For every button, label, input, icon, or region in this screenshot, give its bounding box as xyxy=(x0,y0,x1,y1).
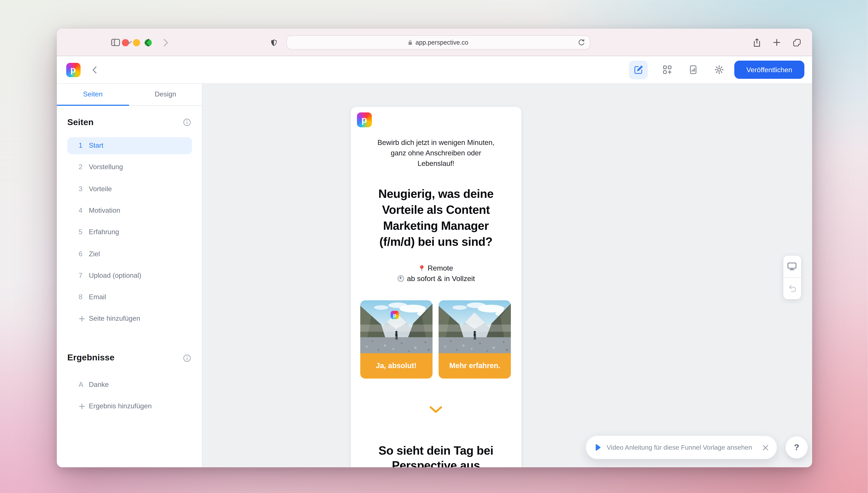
page-label: Start xyxy=(89,142,103,149)
cta-row: p Ja, absolut! xyxy=(360,300,511,379)
cta-button[interactable]: Ja, absolut! xyxy=(360,353,432,379)
pages-info-icon[interactable] xyxy=(183,119,191,126)
sidebar-toggle-icon[interactable] xyxy=(110,29,121,56)
publish-button[interactable]: Veröffentlichen xyxy=(734,61,804,79)
results-heading: Ergebnisse xyxy=(67,353,115,363)
share-icon[interactable] xyxy=(752,29,762,56)
browser-toolbar: app.perspective.co xyxy=(57,29,812,56)
sidebar-page-row[interactable]: 2 Vorstellung xyxy=(67,159,192,176)
tab-overview-icon[interactable] xyxy=(792,29,802,56)
schedule-text: ab sofort & in Vollzeit xyxy=(407,274,475,282)
funnel-preview-card[interactable]: p Bewirb dich jetzt in wenigen Minuten, … xyxy=(351,107,521,467)
page-label: Email xyxy=(89,293,106,301)
page-label: Vorstellung xyxy=(89,163,123,171)
sidebar-tabs: Seiten Design xyxy=(57,84,202,106)
integrations-button[interactable] xyxy=(658,60,677,79)
page-number: 4 xyxy=(79,207,89,214)
perspective-logo[interactable]: p xyxy=(66,63,80,77)
plus-icon xyxy=(79,316,89,322)
header-back-button[interactable] xyxy=(92,56,97,84)
notification-message: Video Anleitung für diese Funnel Vorlage… xyxy=(607,444,756,451)
mountain-photo xyxy=(439,300,511,353)
plus-icon xyxy=(79,403,89,409)
page-label: Ziel xyxy=(89,250,100,258)
sidebar-page-row[interactable]: 1 Start xyxy=(67,137,192,154)
back-button-icon[interactable] xyxy=(143,29,152,56)
add-result-label: Ergebnis hinzufügen xyxy=(89,403,152,410)
page-number: 2 xyxy=(79,163,89,171)
minimize-window-button[interactable] xyxy=(133,39,140,46)
intro-text: Bewirb dich jetzt in wenigen Minuten, ga… xyxy=(356,137,516,169)
analytics-button[interactable] xyxy=(684,60,702,79)
desktop-preview-button[interactable] xyxy=(783,256,801,277)
monitor-icon xyxy=(787,262,797,271)
toolbar-divider xyxy=(123,38,124,47)
sidebar-page-row[interactable]: 7 Upload (optional) xyxy=(67,267,192,284)
apps-grid-icon xyxy=(662,65,672,74)
page-number: 8 xyxy=(79,293,89,301)
privacy-shield-icon[interactable] xyxy=(269,29,279,56)
page-label: Motivation xyxy=(89,207,120,214)
settings-button[interactable] xyxy=(709,60,728,79)
result-letter: A xyxy=(79,381,89,388)
sidebar-page-row[interactable]: 3 Vorteile xyxy=(67,180,192,197)
forward-button-icon[interactable] xyxy=(161,29,170,56)
play-icon xyxy=(595,444,601,451)
undo-icon xyxy=(788,284,796,292)
cta-card[interactable]: p Ja, absolut! xyxy=(360,300,432,379)
chevron-down-icon[interactable] xyxy=(126,29,133,56)
close-icon[interactable] xyxy=(763,445,769,451)
mountain-photo: p xyxy=(360,300,432,353)
pages-heading: Seiten xyxy=(67,117,94,127)
canvas-tools-panel xyxy=(783,256,801,299)
results-info-icon[interactable] xyxy=(183,354,191,362)
tab-design[interactable]: Design xyxy=(129,84,202,105)
mountain-photo-graphic xyxy=(360,300,432,353)
mountain-photo-graphic xyxy=(439,300,511,353)
sidebar: Seiten Design Seiten xyxy=(57,84,202,467)
url-field[interactable]: app.perspective.co xyxy=(286,35,590,49)
page-number: 1 xyxy=(79,142,89,149)
page-number: 3 xyxy=(79,185,89,193)
sidebar-page-row[interactable]: 5 Erfahrung xyxy=(67,223,192,241)
gear-icon xyxy=(714,65,724,74)
cta-button[interactable]: Mehr erfahren. xyxy=(439,353,511,379)
job-meta: Remote ab sofort & in Vollzeit xyxy=(356,263,516,284)
undo-button[interactable] xyxy=(783,277,801,299)
app-header: p xyxy=(57,56,812,84)
clock-icon xyxy=(397,275,404,282)
add-result-button[interactable]: Ergebnis hinzufügen xyxy=(67,398,192,415)
url-text: app.perspective.co xyxy=(416,39,468,46)
desktop-background: app.perspective.co xyxy=(0,0,868,493)
help-button[interactable]: ? xyxy=(786,436,808,458)
result-label: Danke xyxy=(89,381,109,388)
scroll-down-chevron-icon[interactable] xyxy=(429,406,442,413)
video-tutorial-notification[interactable]: Video Anleitung für diese Funnel Vorlage… xyxy=(586,436,777,459)
new-tab-icon[interactable] xyxy=(772,29,782,56)
perspective-logo-letter: p xyxy=(361,114,367,125)
active-tab-underline xyxy=(57,105,129,106)
analytics-icon xyxy=(688,65,698,74)
sidebar-page-row[interactable]: 6 Ziel xyxy=(67,245,192,262)
perspective-logo-overlay: p xyxy=(390,311,399,319)
sidebar-page-row[interactable]: 8 Email xyxy=(67,288,192,306)
reload-icon[interactable] xyxy=(578,39,585,46)
page-label: Upload (optional) xyxy=(89,272,141,279)
browser-window: app.perspective.co xyxy=(57,29,812,467)
page-number: 6 xyxy=(79,250,89,258)
lock-icon xyxy=(408,39,413,46)
location-text: Remote xyxy=(428,264,453,272)
page-label: Erfahrung xyxy=(89,228,119,236)
page-number: 7 xyxy=(79,272,89,279)
edit-mode-button[interactable] xyxy=(629,60,648,79)
add-page-button[interactable]: Seite hinzufügen xyxy=(67,310,192,327)
sidebar-page-row[interactable]: 4 Motivation xyxy=(67,202,192,219)
add-page-label: Seite hinzufügen xyxy=(89,315,140,323)
page-number: 5 xyxy=(79,228,89,236)
tab-seiten[interactable]: Seiten xyxy=(57,84,129,105)
section2-heading: So sieht dein Tag bei Perspective aus xyxy=(356,444,516,467)
sidebar-result-row[interactable]: A Danke xyxy=(67,376,192,393)
cta-card[interactable]: Mehr erfahren. xyxy=(439,300,511,379)
page-label: Vorteile xyxy=(89,185,112,193)
editor-canvas: p Bewirb dich jetzt in wenigen Minuten, … xyxy=(202,84,812,467)
